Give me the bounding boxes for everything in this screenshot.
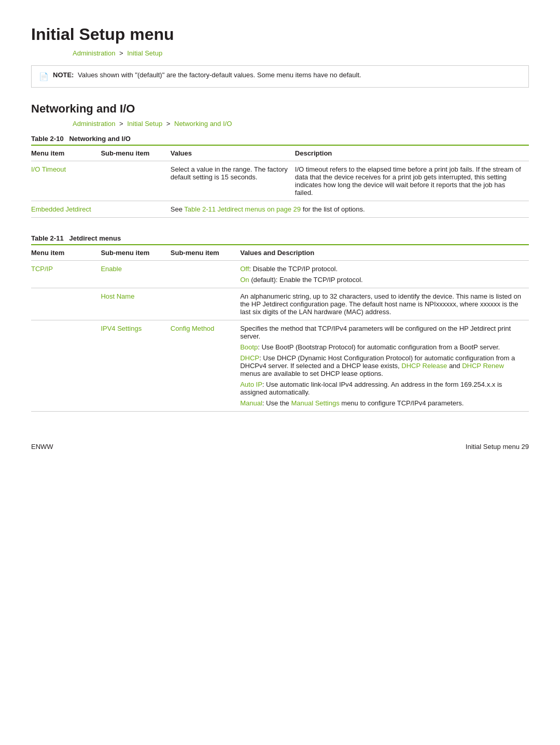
hostname-sub: Host Name: [101, 288, 170, 320]
ipv4-specifies: Specifies the method that TCP/IPv4 param…: [240, 325, 525, 340]
section-breadcrumb-admin-link[interactable]: Administration: [73, 120, 115, 128]
io-timeout-sub: [101, 161, 170, 201]
hostname-text: An alphanumeric string, up to 32 charact…: [240, 292, 525, 316]
table-row: TCP/IP Enable Off: Disable the TCP/IP pr…: [31, 261, 529, 288]
enable-sub: Enable: [101, 261, 170, 288]
section-breadcrumb: Administration > Initial Setup > Network…: [73, 120, 529, 128]
ipv4-manual: Manual: Use the Manual Settings menu to …: [240, 399, 525, 407]
note-text: Values shown with "(default)" are the fa…: [78, 71, 361, 79]
enable-sub2: [171, 261, 240, 288]
io-timeout-desc: I/O timeout refers to the elapsed time b…: [295, 161, 529, 201]
th-values: Values: [171, 146, 295, 161]
section-breadcrumb-sep2: >: [166, 120, 171, 128]
section-breadcrumb-sep1: >: [119, 120, 123, 128]
th-sub-menu-2b: Sub-menu item: [171, 245, 240, 261]
table-11-title: Jetdirect menus: [69, 234, 121, 242]
breadcrumb-initial-setup-link[interactable]: Initial Setup: [127, 49, 162, 57]
embedded-jetdirect-menu: Embedded Jetdirect: [31, 201, 101, 218]
ipv4-menu: [31, 320, 101, 412]
table-11: Menu item Sub-menu item Sub-menu item Va…: [31, 245, 529, 412]
ipv4-bootp: Bootp: Use BootP (Bootstrap Protocol) fo…: [240, 343, 525, 351]
manual-settings-link[interactable]: Manual Settings: [291, 399, 339, 407]
jetdirect-table-link[interactable]: Table 2-11 Jetdirect menus on page 29: [184, 205, 301, 213]
ipv4-val-desc: Specifies the method that TCP/IPv4 param…: [240, 320, 529, 412]
table-row: IPV4 Settings Config Method Specifies th…: [31, 320, 529, 412]
table-11-caption: Table 2-11 Jetdirect menus: [31, 234, 529, 245]
hostname-val-desc: An alphanumeric string, up to 32 charact…: [240, 288, 529, 320]
th-sub-menu-2a: Sub-menu item: [101, 245, 170, 261]
dhcp-renew-link[interactable]: DHCP Renew: [462, 362, 504, 370]
section-breadcrumb-networking-link[interactable]: Networking and I/O: [174, 120, 232, 128]
ipv4-dhcp: DHCP: Use DHCP (Dynamic Host Configurati…: [240, 354, 525, 377]
hostname-menu: [31, 288, 101, 320]
enable-off: Off: Disable the TCP/IP protocol.: [240, 265, 525, 273]
dhcp-release-link[interactable]: DHCP Release: [401, 362, 447, 370]
table-11-num: Table 2-11: [31, 234, 64, 242]
th-menu-item-2: Menu item: [31, 245, 101, 261]
table-10-title: Networking and I/O: [69, 135, 130, 143]
note-icon: 📄: [39, 71, 49, 82]
networking-section-title: Networking and I/O: [31, 102, 529, 116]
breadcrumb-admin-link[interactable]: Administration: [73, 49, 115, 57]
io-timeout-values: Select a value in the range. The factory…: [171, 161, 295, 201]
table-10: Menu item Sub-menu item Values Descripti…: [31, 146, 529, 218]
tcpip-menu: TCP/IP: [31, 261, 101, 288]
page-title: Initial Setup menu: [31, 25, 529, 44]
table-row: I/O Timeout Select a value in the range.…: [31, 161, 529, 201]
footer: ENWW Initial Setup menu 29: [31, 443, 529, 451]
breadcrumb-1: Administration > Initial Setup: [73, 49, 529, 57]
th-sub-menu: Sub-menu item: [101, 146, 170, 161]
th-val-desc: Values and Description: [240, 245, 529, 261]
enable-on: On (default): Enable the TCP/IP protocol…: [240, 276, 525, 284]
th-description: Description: [295, 146, 529, 161]
table-row: Host Name An alphanumeric string, up to …: [31, 288, 529, 320]
hostname-sub2: [171, 288, 240, 320]
ipv4-sub2: Config Method: [171, 320, 240, 412]
table-10-num: Table 2-10: [31, 135, 64, 143]
th-menu-item: Menu item: [31, 146, 101, 161]
section-breadcrumb-initial-link[interactable]: Initial Setup: [127, 120, 162, 128]
table-row: Embedded Jetdirect See Table 2-11 Jetdir…: [31, 201, 529, 218]
io-timeout-menu: I/O Timeout: [31, 161, 101, 201]
ipv4-sub1: IPV4 Settings: [101, 320, 170, 412]
embedded-jetdirect-sub: [101, 201, 170, 218]
footer-left: ENWW: [31, 443, 53, 451]
breadcrumb-sep-1: >: [119, 49, 123, 57]
embedded-jetdirect-before-link: See: [171, 205, 185, 213]
ipv4-autoip: Auto IP: Use automatic link-local IPv4 a…: [240, 381, 525, 396]
embedded-jetdirect-after-link: for the list of options.: [301, 205, 365, 213]
footer-right: Initial Setup menu 29: [466, 443, 529, 451]
embedded-jetdirect-values: See Table 2-11 Jetdirect menus on page 2…: [171, 201, 529, 218]
note-content: NOTE: Values shown with "(default)" are …: [53, 71, 361, 79]
note-label: NOTE:: [53, 71, 74, 79]
enable-val-desc: Off: Disable the TCP/IP protocol. On (de…: [240, 261, 529, 288]
table-10-caption: Table 2-10 Networking and I/O: [31, 135, 529, 146]
note-box: 📄 NOTE: Values shown with "(default)" ar…: [31, 65, 529, 88]
